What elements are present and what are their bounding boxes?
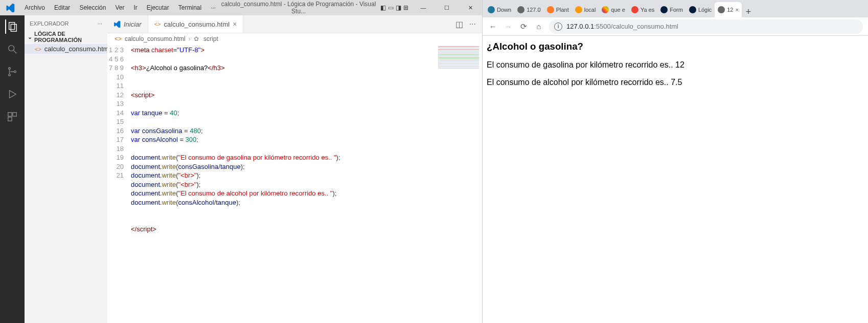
- google-favicon-icon: [602, 6, 609, 13]
- new-tab-button[interactable]: +: [742, 7, 756, 17]
- browser-tab[interactable]: Lógic: [686, 2, 715, 17]
- menu-ver[interactable]: Ver: [111, 2, 128, 13]
- globe-favicon-icon: [718, 6, 725, 13]
- alura-favicon-icon: [689, 6, 696, 13]
- html-file-icon: <>: [115, 35, 122, 42]
- explorer-title: EXPLORADOR: [30, 20, 68, 27]
- search-icon[interactable]: [5, 42, 19, 56]
- layout-controls: ◧ ▭ ◨ ⊞: [377, 4, 412, 11]
- forward-icon[interactable]: →: [503, 22, 513, 31]
- vscode-window: Archivo Editar Selección Ver Ir Ejecutar…: [0, 0, 483, 323]
- page-heading: ¿Alcohol o gasolina?: [487, 41, 864, 52]
- globe-favicon-icon: [517, 6, 524, 13]
- gmail-favicon-icon: [631, 6, 638, 13]
- browser-tab[interactable]: Ya es: [628, 2, 657, 17]
- minimap[interactable]: [436, 46, 481, 112]
- folder-name: LÓGICA DE PROGRAMACIÓN: [34, 31, 104, 43]
- panel-bottom-icon[interactable]: ▭: [388, 4, 394, 11]
- svg-point-4: [9, 68, 11, 70]
- window-controls: — ☐ ✕: [412, 0, 482, 15]
- browser-tab[interactable]: local: [572, 2, 599, 17]
- home-icon[interactable]: ⌂: [534, 22, 544, 31]
- editor-tabs: Iniciar <> calculo_consumo.html × ◫ ···: [107, 15, 482, 33]
- site-info-icon[interactable]: i: [554, 23, 562, 31]
- tab-iniciar[interactable]: Iniciar: [107, 15, 148, 33]
- browser-tab-active[interactable]: 12×: [715, 2, 742, 17]
- menu-bar: Archivo Editar Selección Ver Ir Ejecutar…: [20, 2, 220, 13]
- svg-point-6: [14, 71, 16, 73]
- menu-seleccion[interactable]: Selección: [75, 2, 110, 13]
- xampp-favicon-icon: [547, 6, 554, 13]
- window-title: calculo_consumo.html - Lógica de Program…: [220, 1, 377, 15]
- menu-ir[interactable]: Ir: [129, 2, 141, 13]
- browser-tab[interactable]: Form: [657, 2, 686, 17]
- menu-archivo[interactable]: Archivo: [20, 2, 49, 13]
- vscode-logo-icon: [4, 2, 16, 14]
- tab-close-icon[interactable]: ×: [735, 7, 738, 13]
- breadcrumb[interactable]: <> calculo_consumo.html › ✿ script: [107, 33, 482, 45]
- source-control-icon[interactable]: [5, 64, 19, 79]
- explorer-header: EXPLORADOR ···: [25, 15, 107, 30]
- explorer-file[interactable]: <> calculo_consumo.html: [25, 44, 107, 54]
- svg-rect-10: [8, 117, 12, 121]
- line-gutter: 1 2 3 4 5 6 7 8 9 10 11 12 13 14 15 16 1…: [107, 45, 131, 323]
- tab-calculo-consumo[interactable]: <> calculo_consumo.html ×: [148, 15, 244, 33]
- browser-tab[interactable]: Down: [485, 2, 514, 17]
- browser-tab[interactable]: 127.0: [514, 2, 544, 17]
- browser-tab[interactable]: Plant: [544, 2, 572, 17]
- menu-editar[interactable]: Editar: [50, 2, 74, 13]
- breadcrumb-file: calculo_consumo.html: [125, 35, 186, 42]
- layout-grid-icon[interactable]: ⊞: [403, 4, 408, 11]
- minimize-button[interactable]: —: [412, 0, 435, 15]
- html-file-icon: <>: [154, 21, 161, 27]
- browser-tabs: Down 127.0 Plant local que e Ya es Form …: [483, 0, 868, 17]
- svg-marker-7: [10, 91, 16, 98]
- menu-terminal[interactable]: Terminal: [174, 2, 205, 13]
- file-name: calculo_consumo.html: [44, 45, 110, 53]
- svg-rect-1: [11, 24, 16, 31]
- panel-right-icon[interactable]: ◨: [396, 4, 401, 11]
- code-content[interactable]: <meta charset="UTF-8"> <h3>¿Alcohol o ga…: [131, 45, 482, 323]
- page-paragraph: El consumo de alcohol por kilómetro reco…: [487, 78, 864, 87]
- panel-left-icon[interactable]: ◧: [380, 4, 386, 11]
- svg-rect-9: [13, 113, 16, 116]
- wordpress-favicon-icon: [488, 6, 495, 13]
- explorer-more-icon[interactable]: ···: [98, 20, 102, 27]
- activity-bar: [0, 15, 25, 323]
- browser-tab[interactable]: que e: [599, 2, 628, 17]
- html-file-icon: <>: [35, 46, 41, 52]
- script-symbol-icon: ✿: [194, 35, 200, 42]
- url-text: 127.0.0.1:5500/calculo_consumo.html: [566, 23, 678, 30]
- title-bar: Archivo Editar Selección Ver Ir Ejecutar…: [0, 0, 482, 15]
- back-icon[interactable]: ←: [488, 22, 498, 31]
- phpmyadmin-favicon-icon: [575, 6, 582, 13]
- alura-favicon-icon: [660, 6, 668, 13]
- browser-window: Down 127.0 Plant local que e Ya es Form …: [483, 0, 868, 323]
- maximize-button[interactable]: ☐: [435, 0, 459, 15]
- breadcrumb-symbol: script: [203, 35, 218, 42]
- split-editor-icon[interactable]: ◫: [455, 19, 463, 29]
- explorer-icon[interactable]: [5, 19, 19, 34]
- page-content: ¿Alcohol o gasolina? El consumo de gasol…: [483, 36, 868, 323]
- address-bar[interactable]: i 127.0.0.1:5500/calculo_consumo.html: [549, 19, 863, 34]
- svg-rect-0: [9, 23, 15, 30]
- chevron-right-icon: ›: [189, 35, 191, 42]
- svg-point-5: [9, 74, 11, 76]
- tab-label: calculo_consumo.html: [164, 20, 230, 28]
- tab-more-icon[interactable]: ···: [469, 19, 476, 29]
- svg-rect-8: [8, 113, 12, 116]
- explorer-sidebar: EXPLORADOR ··· ⌄ LÓGICA DE PROGRAMACIÓN …: [25, 15, 107, 323]
- code-editor[interactable]: 1 2 3 4 5 6 7 8 9 10 11 12 13 14 15 16 1…: [107, 45, 482, 323]
- reload-icon[interactable]: ⟳: [518, 22, 529, 31]
- svg-point-2: [9, 46, 14, 51]
- explorer-folder[interactable]: ⌄ LÓGICA DE PROGRAMACIÓN: [25, 30, 107, 44]
- close-button[interactable]: ✕: [459, 0, 482, 15]
- chevron-down-icon: ⌄: [28, 34, 32, 40]
- page-paragraph: El consumo de gasolina por kilómetro rec…: [487, 60, 864, 70]
- tab-close-icon[interactable]: ×: [233, 20, 237, 28]
- run-debug-icon[interactable]: [5, 87, 19, 101]
- menu-ejecutar[interactable]: Ejecutar: [143, 2, 173, 13]
- menu-overflow[interactable]: ···: [207, 2, 220, 13]
- svg-line-3: [14, 51, 17, 54]
- extensions-icon[interactable]: [5, 110, 19, 124]
